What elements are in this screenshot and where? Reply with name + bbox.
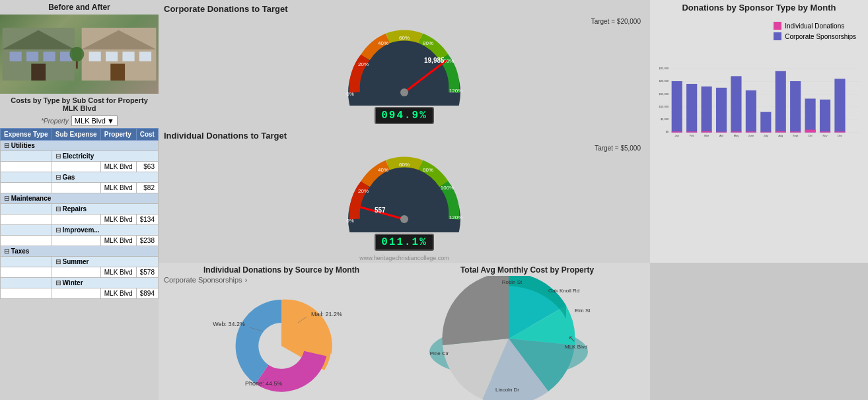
phone-label: Phone: 44.5% — [245, 380, 283, 387]
gas-cost: $82 — [136, 183, 158, 193]
bar-feb-corporate — [686, 84, 697, 133]
collapse-electricity-btn[interactable]: ⊟ — [55, 152, 61, 160]
col-sub-expense: Sub Expense — [52, 129, 100, 141]
svg-text:Oct: Oct — [808, 134, 813, 137]
svg-point-20 — [400, 215, 408, 223]
bar-nov-individual — [820, 131, 830, 132]
web-label: Web: 34.2% — [213, 321, 245, 327]
svg-rect-49 — [26, 51, 38, 61]
collapse-repairs-btn[interactable]: ⊟ — [55, 205, 61, 213]
collapse-maintenance-btn[interactable]: ⊟ — [4, 195, 9, 202]
summer-property: MLK Blvd — [100, 267, 136, 278]
mlk-blvd-label: MLK Blvd — [565, 344, 587, 350]
bar-chart-svg: $25,000 $20,000 $15,000 $10,000 $5,000 $… — [655, 15, 863, 190]
bar-july-individual — [760, 132, 771, 133]
svg-text:$10,000: $10,000 — [659, 105, 669, 108]
pie-section: Total Avg Monthly Cost by Property — [404, 263, 650, 400]
svg-text:100%: 100% — [441, 185, 454, 191]
col-property: Property — [100, 129, 136, 141]
svg-rect-61 — [76, 61, 78, 69]
property-value: MLK Blvd — [75, 117, 106, 125]
svg-point-60 — [69, 47, 84, 61]
corporate-gauge-container: Target = $20,000 — [159, 15, 650, 127]
bar-jan-corporate — [672, 81, 682, 133]
property-select-dropdown[interactable]: MLK Blvd ▼ — [71, 116, 118, 126]
svg-text:Apr: Apr — [719, 134, 724, 137]
chevron-right-icon: › — [245, 276, 248, 284]
winter-cost: $894 — [136, 288, 158, 299]
oak-knoll-label: Oak Knoll Rd — [548, 288, 579, 294]
svg-text:40%: 40% — [378, 40, 388, 46]
table-row: ⊟ Repairs — [1, 204, 159, 215]
table-row: MLK Blvd $63 — [1, 162, 159, 172]
left-column: Corporate Donations to Target Target = $… — [159, 0, 650, 263]
svg-rect-48 — [10, 51, 22, 61]
collapse-improvements-btn[interactable]: ⊟ — [55, 226, 61, 234]
taxes-label: Taxes — [11, 248, 30, 255]
collapse-summer-btn[interactable]: ⊟ — [55, 258, 61, 265]
repairs-label: Repairs — [63, 205, 87, 213]
svg-text:0%: 0% — [346, 218, 354, 224]
svg-text:557: 557 — [375, 207, 386, 214]
bar-june-corporate — [746, 90, 756, 133]
svg-rect-55 — [89, 51, 101, 61]
table-row: MLK Blvd $134 — [1, 215, 159, 225]
costs-title: Costs by Type by Sub Cost for Property M… — [0, 94, 159, 114]
bar-apr-corporate — [716, 88, 727, 133]
bar-sept-individual — [790, 131, 801, 132]
bar-chart-title: Donations by Sponsor Type by Month — [655, 3, 863, 13]
collapse-taxes-btn[interactable]: ⊟ — [4, 248, 9, 255]
house-images-svg — [0, 15, 159, 94]
bar-chart-legend: Individual Donations Corporate Sponsorsh… — [774, 22, 856, 40]
svg-text:July: July — [764, 134, 768, 137]
individual-target-label: Target = $5,000 — [595, 145, 641, 152]
donut-section: Individual Donations by Source by Month … — [159, 263, 404, 400]
svg-text:40%: 40% — [378, 167, 388, 173]
svg-text:$25,000: $25,000 — [659, 67, 669, 70]
improvements-cost: $238 — [136, 236, 158, 246]
dashboard: Corporate Donations to Target Target = $… — [0, 0, 868, 400]
svg-rect-59 — [110, 64, 125, 81]
maintenance-label: Maintenance — [11, 195, 52, 202]
table-row: MLK Blvd $82 — [1, 183, 159, 193]
svg-text:June: June — [748, 134, 754, 137]
table-row: ⊟ Summer — [1, 257, 159, 267]
corporate-target-label: Target = $20,000 — [591, 18, 641, 25]
pie-title: Total Avg Monthly Cost by Property — [410, 265, 645, 275]
individual-gauge-svg: 0% 20% 40% 60% 80% 100% 120% 557 — [338, 153, 470, 232]
svg-text:May: May — [734, 134, 739, 137]
collapse-gas-btn[interactable]: ⊟ — [55, 174, 61, 181]
right-column: Before and After — [0, 0, 159, 400]
repairs-cost: $134 — [136, 215, 158, 225]
svg-text:Sept: Sept — [793, 134, 799, 137]
property-selector: *Property MLK Blvd ▼ — [0, 114, 159, 128]
donut-chart-svg: Mail: 21.2% Web: 34.2% Phone: 44.5% — [209, 286, 354, 400]
winter-property: MLK Blvd — [100, 288, 136, 299]
summer-cost: $578 — [136, 267, 158, 278]
corporate-readout: 094.9% — [375, 107, 434, 124]
bar-sept-corporate — [790, 81, 801, 133]
before-after-image — [0, 15, 159, 94]
svg-text:120%: 120% — [449, 88, 462, 94]
corp-sponsorship-link[interactable]: Corporate Sponsorships › — [164, 276, 399, 284]
donut-title: Individual Donations by Source by Month — [164, 265, 399, 275]
bar-nov-corporate — [820, 100, 830, 133]
svg-rect-58 — [139, 51, 151, 61]
collapse-utilities-btn[interactable]: ⊟ — [4, 142, 9, 149]
collapse-winter-btn[interactable]: ⊟ — [55, 279, 61, 286]
electricity-property: MLK Blvd — [100, 162, 136, 172]
svg-text:80%: 80% — [423, 167, 433, 173]
table-row: ⊟ Gas — [1, 172, 159, 183]
bar-chart-panel: Donations by Sponsor Type by Month Indiv… — [650, 0, 868, 263]
svg-text:Mar: Mar — [704, 134, 709, 137]
before-after-title: Before and After — [0, 0, 159, 15]
property-label: *Property — [41, 117, 69, 125]
bar-may-corporate — [731, 76, 741, 132]
bar-jan-individual — [672, 131, 682, 132]
table-row: ⊟ Taxes — [1, 246, 159, 257]
corp-sponsorship-label: Corporate Sponsorships — [164, 276, 242, 284]
table-row: MLK Blvd $578 — [1, 267, 159, 278]
svg-text:$0: $0 — [666, 130, 669, 133]
svg-text:$5,000: $5,000 — [661, 117, 669, 121]
bar-june-individual — [746, 131, 756, 132]
